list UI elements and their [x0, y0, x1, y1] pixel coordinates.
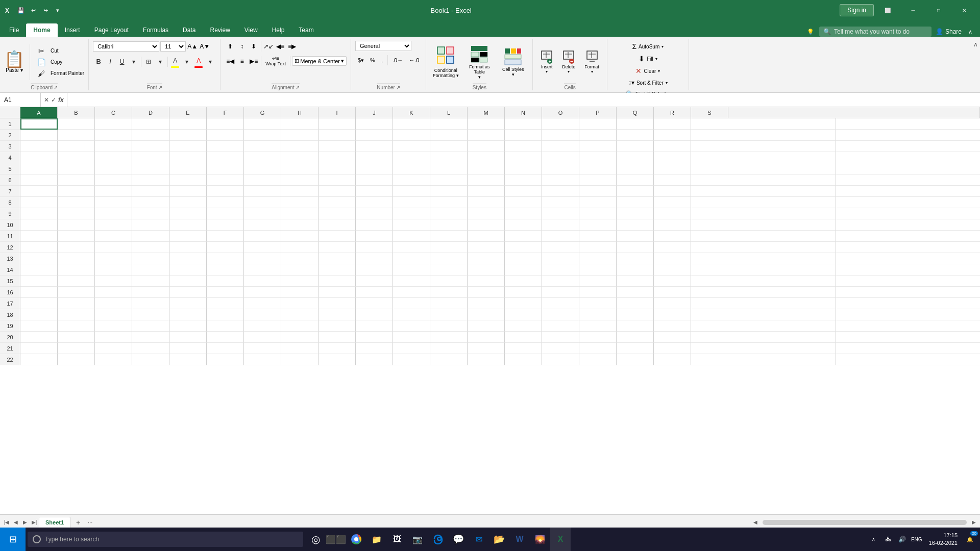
cell-A5[interactable] — [20, 163, 58, 174]
cell-K9[interactable] — [393, 208, 430, 219]
align-center-button[interactable]: ≡ — [236, 56, 248, 67]
cell-J22[interactable] — [356, 354, 393, 365]
cell-J10[interactable] — [356, 219, 393, 231]
cell-I4[interactable] — [318, 152, 356, 163]
cell-K19[interactable] — [393, 320, 430, 332]
cell-M3[interactable] — [468, 141, 505, 152]
row-header-3[interactable]: 3 — [0, 141, 20, 152]
cell-F22[interactable] — [207, 354, 244, 365]
cell-C22[interactable] — [95, 354, 132, 365]
cell-B10[interactable] — [58, 219, 95, 231]
row-header-21[interactable]: 21 — [0, 343, 20, 354]
sheet-nav-last[interactable]: ▶| — [30, 518, 39, 527]
cell-R17[interactable] — [654, 298, 691, 309]
cell-S12[interactable] — [691, 242, 836, 253]
tab-page-layout[interactable]: Page Layout — [87, 23, 136, 37]
cell-C5[interactable] — [95, 163, 132, 174]
row-header-18[interactable]: 18 — [0, 309, 20, 320]
cell-F19[interactable] — [207, 320, 244, 332]
cell-Q7[interactable] — [617, 186, 654, 197]
row-header-12[interactable]: 12 — [0, 242, 20, 253]
row-header-5[interactable]: 5 — [0, 163, 20, 174]
cell-F6[interactable] — [207, 174, 244, 186]
number-format-select[interactable]: General — [355, 41, 411, 51]
excel-taskbar-icon[interactable]: X — [550, 528, 571, 551]
cell-K20[interactable] — [393, 332, 430, 343]
row-header-17[interactable]: 17 — [0, 298, 20, 309]
cell-O6[interactable] — [542, 174, 579, 186]
cell-I21[interactable] — [318, 343, 356, 354]
cell-H14[interactable] — [281, 264, 318, 276]
col-header-L[interactable]: L — [430, 107, 468, 118]
cell-S22[interactable] — [691, 354, 836, 365]
cell-J13[interactable] — [356, 253, 393, 264]
sheet-nav-prev[interactable]: ◀ — [11, 518, 20, 527]
cell-K8[interactable] — [393, 197, 430, 208]
cell-E4[interactable] — [169, 152, 207, 163]
cell-Q18[interactable] — [617, 309, 654, 320]
cell-D11[interactable] — [132, 231, 169, 242]
cell-Q11[interactable] — [617, 231, 654, 242]
cell-G5[interactable] — [244, 163, 281, 174]
cell-J4[interactable] — [356, 152, 393, 163]
cell-O15[interactable] — [542, 276, 579, 287]
cell-Q2[interactable] — [617, 130, 654, 141]
cell-H3[interactable] — [281, 141, 318, 152]
cell-G17[interactable] — [244, 298, 281, 309]
cell-I3[interactable] — [318, 141, 356, 152]
col-header-J[interactable]: J — [356, 107, 393, 118]
cell-K5[interactable] — [393, 163, 430, 174]
cell-K16[interactable] — [393, 287, 430, 298]
merge-dropdown[interactable]: ▾ — [341, 58, 344, 64]
cell-A14[interactable] — [20, 264, 58, 276]
cell-I11[interactable] — [318, 231, 356, 242]
cell-L14[interactable] — [430, 264, 468, 276]
tab-home[interactable]: Home — [26, 23, 57, 37]
cell-S3[interactable] — [691, 141, 836, 152]
cell-P13[interactable] — [579, 253, 617, 264]
cell-H4[interactable] — [281, 152, 318, 163]
chrome-taskbar-icon[interactable] — [346, 528, 366, 551]
font-label[interactable]: Font ↗ — [147, 83, 162, 90]
cell-L15[interactable] — [430, 276, 468, 287]
cell-J14[interactable] — [356, 264, 393, 276]
row-header-10[interactable]: 10 — [0, 219, 20, 231]
col-header-S[interactable]: S — [691, 107, 728, 118]
cell-A19[interactable] — [20, 320, 58, 332]
cell-C15[interactable] — [95, 276, 132, 287]
row-header-15[interactable]: 15 — [0, 276, 20, 287]
cell-R6[interactable] — [654, 174, 691, 186]
cell-N19[interactable] — [505, 320, 542, 332]
cell-A22[interactable] — [20, 354, 58, 365]
cell-F9[interactable] — [207, 208, 244, 219]
task-view-taskbar-icon[interactable]: ⬛⬛ — [326, 528, 346, 551]
cell-D21[interactable] — [132, 343, 169, 354]
cell-G13[interactable] — [244, 253, 281, 264]
cell-D1[interactable] — [132, 118, 169, 130]
cell-S17[interactable] — [691, 298, 836, 309]
cell-H1[interactable] — [281, 118, 318, 130]
cell-M14[interactable] — [468, 264, 505, 276]
cell-L5[interactable] — [430, 163, 468, 174]
cell-J6[interactable] — [356, 174, 393, 186]
cell-D17[interactable] — [132, 298, 169, 309]
cell-J20[interactable] — [356, 332, 393, 343]
cell-L13[interactable] — [430, 253, 468, 264]
cell-A17[interactable] — [20, 298, 58, 309]
cell-S5[interactable] — [691, 163, 836, 174]
cell-H19[interactable] — [281, 320, 318, 332]
cell-M10[interactable] — [468, 219, 505, 231]
cell-O5[interactable] — [542, 163, 579, 174]
cell-L21[interactable] — [430, 343, 468, 354]
col-header-F[interactable]: F — [207, 107, 244, 118]
cell-F10[interactable] — [207, 219, 244, 231]
accounting-button[interactable]: $▾ — [355, 56, 366, 65]
cell-M8[interactable] — [468, 197, 505, 208]
sheet-tab-sheet1[interactable]: Sheet1 — [39, 517, 70, 528]
add-sheet-button[interactable]: + — [72, 517, 84, 528]
cells-label[interactable]: Cells — [564, 83, 575, 90]
cell-N6[interactable] — [505, 174, 542, 186]
cell-S21[interactable] — [691, 343, 836, 354]
font-color-button[interactable]: A — [193, 55, 204, 66]
cell-F20[interactable] — [207, 332, 244, 343]
